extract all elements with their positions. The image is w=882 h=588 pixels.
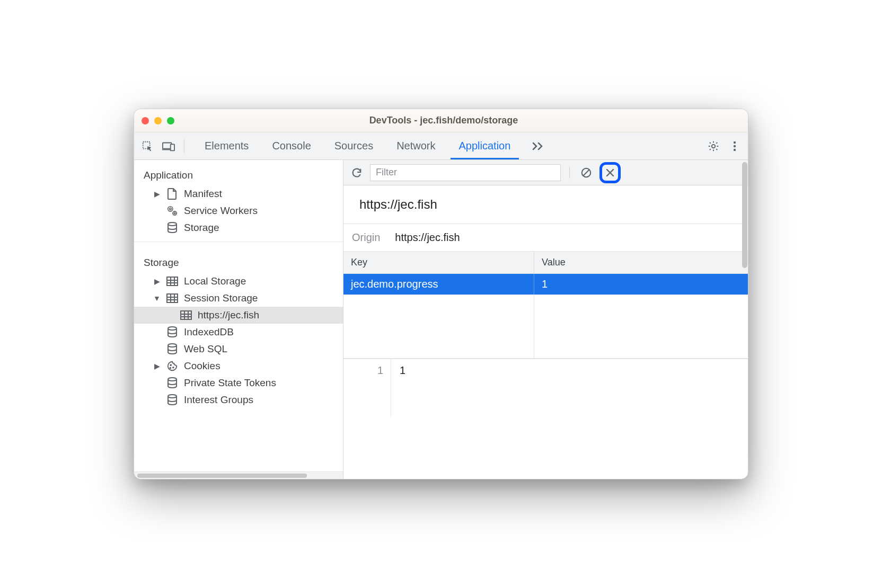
sidebar-item-label: Manifest — [184, 188, 222, 200]
svg-point-21 — [168, 395, 177, 398]
tab-label: Sources — [334, 140, 373, 152]
close-window-button[interactable] — [142, 117, 149, 124]
tab-network[interactable]: Network — [385, 132, 447, 159]
sidebar-divider — [134, 242, 343, 242]
filter-input[interactable] — [370, 164, 561, 181]
sidebar-item-storage[interactable]: Storage — [134, 219, 343, 236]
table-icon — [180, 309, 192, 322]
database-icon — [166, 326, 179, 338]
sidebar-item-cookies[interactable]: ▶ Cookies — [134, 358, 343, 375]
storage-table: Key Value jec.demo.progress 1 — [343, 252, 748, 359]
application-sidebar: Application ▶ Manifest Service Workers — [134, 160, 343, 479]
sidebar-item-label: Private State Tokens — [184, 377, 276, 389]
window-controls — [142, 117, 174, 124]
origin-label: Origin — [352, 231, 380, 244]
tab-label: Elements — [205, 140, 249, 152]
tab-console[interactable]: Console — [260, 132, 322, 159]
sidebar-item-label: Session Storage — [184, 292, 258, 304]
main-toolbar: Elements Console Sources Network Applica… — [134, 132, 748, 160]
toolbar-divider — [569, 167, 570, 179]
sidebar-item-manifest[interactable]: ▶ Manifest — [134, 185, 343, 202]
sidebar-item-label: Service Workers — [184, 205, 258, 217]
delete-selected-icon[interactable] — [603, 166, 617, 180]
collapse-arrow-icon[interactable]: ▼ — [153, 294, 161, 302]
filter-toolbar — [343, 160, 748, 185]
sidebar-item-interest-groups[interactable]: Interest Groups — [134, 391, 343, 408]
storage-origin-title: https://jec.fish — [343, 185, 748, 224]
more-tabs-icon[interactable] — [525, 141, 552, 151]
sidebar-item-label: Storage — [184, 222, 219, 234]
column-header-key[interactable]: Key — [343, 252, 534, 273]
sidebar-item-session-storage[interactable]: ▼ Session Storage — [134, 290, 343, 307]
settings-icon[interactable] — [704, 137, 722, 155]
database-icon — [166, 394, 179, 406]
sidebar-item-label: Local Storage — [184, 275, 246, 287]
sidebar-item-indexeddb[interactable]: IndexedDB — [134, 324, 343, 341]
table-header: Key Value — [343, 252, 748, 274]
sidebar-item-service-workers[interactable]: Service Workers — [134, 202, 343, 219]
preview-line-number: 1 — [343, 359, 391, 417]
origin-row: Origin https://jec.fish — [343, 224, 748, 252]
tab-sources[interactable]: Sources — [323, 132, 385, 159]
section-storage: Storage — [134, 247, 343, 273]
main-vertical-scrollbar[interactable] — [742, 160, 748, 479]
tab-label: Console — [272, 140, 311, 152]
clear-all-icon[interactable] — [578, 165, 594, 181]
kebab-menu-icon[interactable] — [726, 137, 744, 155]
svg-point-20 — [168, 378, 177, 381]
gears-icon — [166, 204, 179, 217]
svg-point-17 — [170, 364, 171, 366]
database-icon — [166, 377, 179, 389]
svg-point-16 — [168, 344, 177, 347]
toolbar-divider — [184, 139, 184, 153]
sidebar-horizontal-scrollbar[interactable] — [134, 471, 343, 479]
tab-application[interactable]: Application — [447, 132, 523, 159]
scrollbar-thumb[interactable] — [742, 162, 747, 268]
cookie-icon — [166, 360, 179, 372]
sidebar-item-web-sql[interactable]: Web SQL — [134, 341, 343, 358]
origin-value: https://jec.fish — [395, 231, 460, 244]
expand-arrow-icon[interactable]: ▶ — [153, 190, 161, 198]
sidebar-item-label: Web SQL — [184, 343, 227, 355]
svg-rect-12 — [167, 277, 178, 286]
svg-point-15 — [168, 327, 177, 330]
svg-point-18 — [173, 367, 174, 368]
column-header-value[interactable]: Value — [534, 252, 748, 273]
svg-point-9 — [174, 212, 175, 214]
svg-point-4 — [734, 141, 736, 143]
cell-key: jec.demo.progress — [343, 274, 534, 295]
svg-point-5 — [734, 145, 736, 147]
device-toggle-icon[interactable] — [160, 137, 178, 155]
panel-tabs: Elements Console Sources Network Applica… — [193, 132, 522, 159]
table-empty-area[interactable] — [343, 295, 748, 358]
zoom-window-button[interactable] — [167, 117, 174, 124]
svg-point-19 — [170, 368, 171, 369]
table-icon — [166, 275, 179, 288]
svg-point-10 — [173, 211, 177, 215]
sidebar-item-private-state-tokens[interactable]: Private State Tokens — [134, 375, 343, 391]
expand-arrow-icon[interactable]: ▶ — [153, 277, 161, 286]
sidebar-item-label: IndexedDB — [184, 326, 234, 338]
database-icon — [166, 343, 179, 355]
database-icon — [166, 221, 179, 234]
devtools-window: DevTools - jec.fish/demo/storage Element… — [134, 109, 748, 479]
delete-selected-highlight — [599, 162, 621, 183]
table-icon — [166, 292, 179, 305]
sidebar-item-session-storage-origin[interactable]: https://jec.fish — [134, 307, 343, 324]
section-application: Application — [134, 160, 343, 185]
sidebar-item-label: Cookies — [184, 360, 220, 372]
svg-rect-14 — [181, 311, 191, 319]
tab-elements[interactable]: Elements — [193, 132, 260, 159]
table-row[interactable]: jec.demo.progress 1 — [343, 274, 748, 295]
sidebar-item-label: Interest Groups — [184, 394, 253, 406]
scrollbar-thumb[interactable] — [137, 474, 307, 478]
svg-point-11 — [168, 222, 177, 226]
svg-point-8 — [168, 207, 173, 211]
sidebar-item-local-storage[interactable]: ▶ Local Storage — [134, 273, 343, 290]
window-title: DevTools - jec.fish/demo/storage — [174, 115, 740, 126]
refresh-icon[interactable] — [349, 165, 365, 181]
inspect-element-icon[interactable] — [138, 137, 156, 155]
svg-rect-2 — [171, 144, 174, 150]
minimize-window-button[interactable] — [154, 117, 162, 124]
expand-arrow-icon[interactable]: ▶ — [153, 362, 161, 370]
